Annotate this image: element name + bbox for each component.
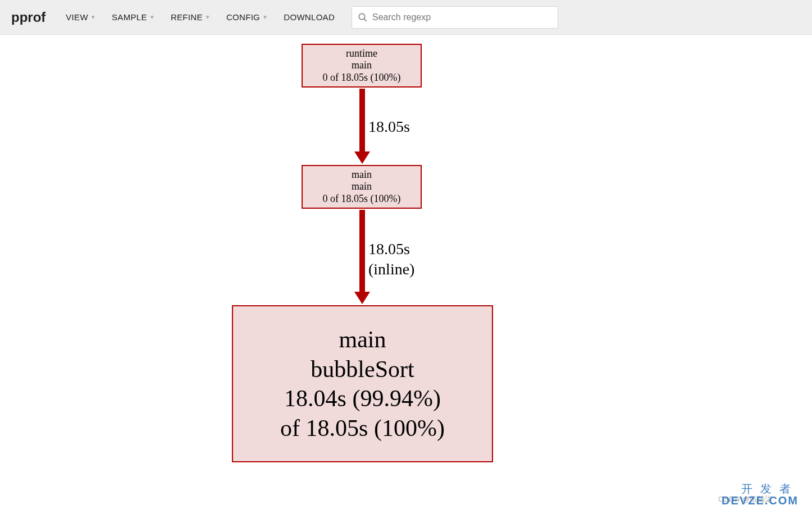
svg-point-0: [359, 13, 365, 20]
search-box[interactable]: [352, 6, 558, 29]
chevron-down-icon: ▼: [149, 14, 155, 20]
menu-sample-label: SAMPLE: [112, 12, 147, 22]
graph-edge: [359, 210, 365, 293]
watermark-devze: 开发者 DEVZE.COM: [722, 483, 799, 507]
node-package: main: [352, 169, 372, 181]
node-stat: 0 of 18.05s (100%): [323, 193, 401, 205]
node-stat: of 18.05s (100%): [280, 413, 445, 443]
menu-refine-label: REFINE: [171, 12, 203, 22]
node-package: main: [339, 325, 386, 355]
node-package: runtime: [346, 48, 377, 60]
menu-refine[interactable]: REFINE ▼: [164, 8, 217, 26]
edge-inline-label: (inline): [368, 260, 414, 278]
chevron-down-icon: ▼: [262, 14, 268, 20]
graph-edge: [359, 89, 365, 153]
menu-download-label: DOWNLOAD: [284, 12, 335, 22]
search-input[interactable]: [372, 12, 552, 22]
graph-node-main-main[interactable]: main main 0 of 18.05s (100%): [302, 165, 422, 209]
node-func: main: [352, 59, 372, 72]
menu-download[interactable]: DOWNLOAD: [277, 8, 341, 26]
chevron-down-icon: ▼: [205, 14, 211, 20]
node-func: bubbleSort: [311, 355, 414, 384]
graph-node-runtime-main[interactable]: runtime main 0 of 18.05s (100%): [302, 44, 422, 88]
edge-weight-label: 18.05s: [368, 118, 410, 136]
search-icon: [358, 12, 368, 22]
watermark-devze-line2: DEVZE.COM: [722, 495, 799, 507]
menu-view[interactable]: VIEW ▼: [59, 8, 103, 26]
arrow-down-icon: [354, 151, 370, 164]
arrow-down-icon: [354, 292, 370, 304]
call-graph[interactable]: runtime main 0 of 18.05s (100%) 18.05s m…: [0, 35, 812, 510]
node-stat: 0 of 18.05s (100%): [323, 72, 401, 84]
brand-label: pprof: [11, 10, 45, 25]
menu-sample[interactable]: SAMPLE ▼: [105, 8, 162, 26]
edge-weight-label: 18.05s: [368, 240, 410, 258]
svg-line-1: [364, 19, 367, 21]
watermark-devze-line1: 开发者: [722, 483, 799, 495]
graph-node-main-bubblesort[interactable]: main bubbleSort 18.04s (99.94%) of 18.05…: [232, 305, 493, 462]
menu-view-label: VIEW: [66, 12, 88, 22]
node-func: main: [352, 181, 372, 193]
node-stat: 18.04s (99.94%): [284, 384, 441, 413]
chevron-down-icon: ▼: [90, 14, 96, 20]
menu-config[interactable]: CONFIG ▼: [220, 8, 275, 26]
menu-config-label: CONFIG: [226, 12, 260, 22]
toolbar: pprof VIEW ▼ SAMPLE ▼ REFINE ▼ CONFIG ▼ …: [0, 0, 812, 35]
